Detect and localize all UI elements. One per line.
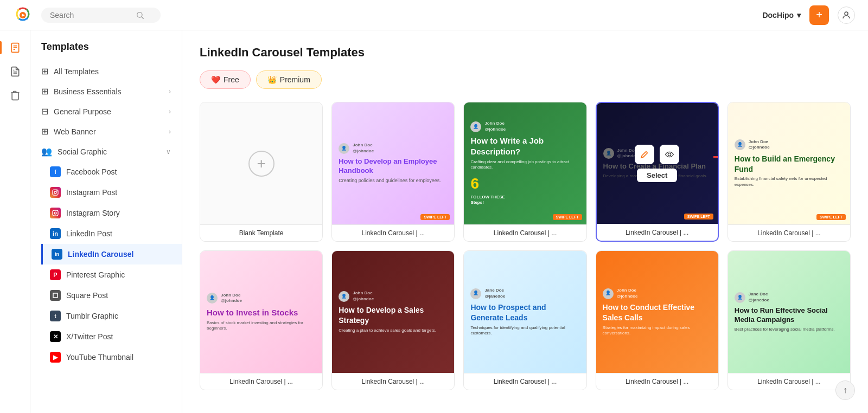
sidebar-item-square-post[interactable]: Square Post [41, 285, 182, 306]
financial-plan-thumb: 👤 John Doe@johndoe How to Create a Finan… [597, 103, 718, 224]
sidebar-icon-note[interactable] [4, 61, 26, 82]
square-post-label: Square Post [66, 291, 108, 300]
instagram-story-label: Instagram Story [66, 209, 120, 217]
sidebar-item-all-templates[interactable]: ⊞ All Templates [30, 61, 182, 81]
preview-btn[interactable]: 👁 [396, 154, 416, 173]
business-essentials-label: Business Essentials [54, 87, 122, 96]
preview-btn[interactable]: 👁 [528, 302, 547, 322]
svg-line-4 [142, 17, 144, 19]
tab-free[interactable]: ❤️ Free [200, 70, 251, 89]
swipe-label: SWIPE LEFT [816, 214, 846, 220]
user-avatar[interactable] [838, 7, 855, 24]
template-card-sales-calls[interactable]: 👤 John Doe@johndoe How to Conduct Effect… [596, 250, 719, 390]
free-icon: ❤️ [211, 75, 220, 84]
left-sidebar: Templates ⊞ All Templates ⊞ Business Ess… [30, 30, 182, 413]
svg-point-18 [668, 153, 671, 156]
sidebar-item-web-banner[interactable]: ⊞ Web Banner › [30, 121, 182, 141]
linkedin-carousel-label: LinkedIn Carousel [68, 250, 133, 259]
nav-left [13, 5, 161, 25]
x-twitter-icon: ✕ [50, 331, 61, 342]
sidebar-item-youtube-thumbnail[interactable]: ▶ YouTube Thumbnail [41, 347, 182, 367]
preview-btn[interactable]: 👁 [528, 154, 547, 173]
sidebar-item-linkedin-carousel[interactable]: in LinkedIn Carousel [41, 244, 182, 264]
sidebar-item-general-purpose[interactable]: ⊟ General Purpose › [30, 101, 182, 121]
svg-rect-15 [53, 210, 58, 216]
scroll-to-top-button[interactable]: ↑ [835, 380, 855, 400]
edit-btn[interactable]: ✏️ [635, 302, 654, 322]
sidebar-item-social-graphic[interactable]: 👥 Social Graphic ∨ [30, 141, 182, 162]
top-navigation: DocHipo ▾ + [0, 0, 868, 30]
template-card-stocks[interactable]: 👤 John Doe@johndoe How to Invest in Stoc… [200, 250, 323, 390]
tab-premium[interactable]: 👑 Premium [256, 70, 322, 89]
add-button[interactable]: + [809, 5, 829, 25]
edit-icon-btn[interactable] [635, 145, 654, 164]
sidebar-icon-trash[interactable] [4, 85, 26, 106]
edit-btn[interactable]: ✏️ [371, 154, 391, 173]
svg-point-3 [137, 12, 142, 17]
template-card-blank[interactable]: + Blank Template [200, 102, 323, 242]
edit-btn[interactable]: ✏️ [371, 302, 391, 322]
social-media-label: LinkedIn Carousel | ... [728, 373, 850, 390]
social-media-thumb: 👤 Jane Doe@janedoe How to Run Effective … [728, 251, 850, 373]
template-card-employee-handbook[interactable]: 👤 John Doe@johndoe How to Develop an Emp… [331, 102, 455, 242]
sidebar-icon-document[interactable] [4, 37, 26, 59]
linkedin-carousel-icon: in [52, 249, 62, 260]
template-card-financial-plan[interactable]: 👤 John Doe@johndoe How to Create a Finan… [596, 102, 719, 242]
stocks-label: LinkedIn Carousel | ... [200, 373, 322, 390]
sidebar-item-pinterest-graphic[interactable]: P Pinterest Graphic [41, 264, 182, 285]
preview-btn[interactable]: 👁 [792, 154, 811, 173]
template-card-job-description[interactable]: 👤 John Doe@johndoe How to Write a Job De… [463, 102, 586, 242]
template-card-social-media[interactable]: 👤 Jane Doe@janedoe How to Run Effective … [727, 250, 851, 390]
edit-btn[interactable]: ✏️ [767, 154, 786, 173]
blank-template-label: Blank Template [200, 224, 322, 241]
blank-template-thumb: + [200, 102, 322, 224]
brand-selector[interactable]: DocHipo ▾ [762, 11, 801, 20]
nav-right: DocHipo ▾ + [762, 5, 855, 25]
premium-label: Premium [280, 75, 310, 84]
sidebar-item-facebook-post[interactable]: f Facebook Post [41, 162, 182, 182]
dochipo-logo[interactable] [13, 5, 33, 25]
edit-btn[interactable]: ✏️ [767, 302, 786, 322]
content-area: LinkedIn Carousel Templates ❤️ Free 👑 Pr… [182, 30, 868, 413]
web-banner-chevron: › [169, 128, 171, 135]
sidebar-item-instagram-story[interactable]: Instagram Story [41, 203, 182, 223]
job-description-thumb: 👤 John Doe@johndoe How to Write a Job De… [464, 102, 586, 224]
edit-btn[interactable]: ✏️ [503, 302, 522, 322]
sidebar-item-x-twitter[interactable]: ✕ X/Twitter Post [41, 326, 182, 347]
pinterest-icon: P [50, 269, 61, 280]
tumblr-icon: t [50, 311, 61, 321]
edit-btn[interactable]: ✏️ [239, 302, 259, 322]
template-card-emergency-fund[interactable]: 👤 John Doe@johndoe How to Build an Emerg… [727, 102, 851, 242]
preview-btn[interactable]: 👁 [792, 302, 811, 322]
blank-plus-icon: + [248, 151, 275, 177]
sidebar-item-instagram-post[interactable]: Instagram Post [41, 182, 182, 203]
stocks-thumb: 👤 John Doe@johndoe How to Invest in Stoc… [200, 251, 322, 373]
brand-label: DocHipo [762, 11, 794, 20]
facebook-post-label: Facebook Post [66, 167, 117, 176]
sidebar-title: Templates [30, 41, 182, 61]
search-input[interactable] [50, 11, 131, 20]
sidebar-item-business-essentials[interactable]: ⊞ Business Essentials › [30, 81, 182, 101]
preview-btn[interactable]: 👁 [660, 302, 679, 322]
employee-handbook-thumb: 👤 John Doe@johndoe How to Develop an Emp… [332, 102, 454, 224]
page-title: LinkedIn Carousel Templates [200, 46, 851, 60]
all-templates-label: All Templates [54, 67, 99, 76]
preview-icon-btn[interactable] [660, 145, 679, 164]
preview-btn[interactable]: 👁 [264, 302, 284, 322]
template-card-leads[interactable]: 👤 Jane Doe@janedoe How to Prospect and G… [463, 250, 586, 390]
instagram-post-icon [50, 187, 61, 198]
svg-point-13 [54, 191, 56, 193]
sidebar-item-linkedin-post[interactable]: in LinkedIn Post [41, 223, 182, 244]
all-templates-icon: ⊞ [41, 66, 48, 76]
select-button[interactable]: Select [637, 169, 677, 182]
sidebar-item-tumblr-graphic[interactable]: t Tumblr Graphic [41, 306, 182, 326]
preview-btn[interactable]: 👁 [396, 302, 416, 322]
search-bar[interactable] [41, 8, 161, 23]
edit-btn[interactable]: ✏️ [503, 154, 522, 173]
facebook-icon: f [50, 166, 61, 177]
youtube-icon: ▶ [50, 352, 61, 363]
note-icon [10, 66, 21, 77]
business-essentials-icon: ⊞ [41, 86, 48, 96]
template-card-sales-strategy[interactable]: 👤 John Doe@johndoe How to Develop a Sale… [331, 250, 455, 390]
icon-sidebar [0, 30, 30, 413]
